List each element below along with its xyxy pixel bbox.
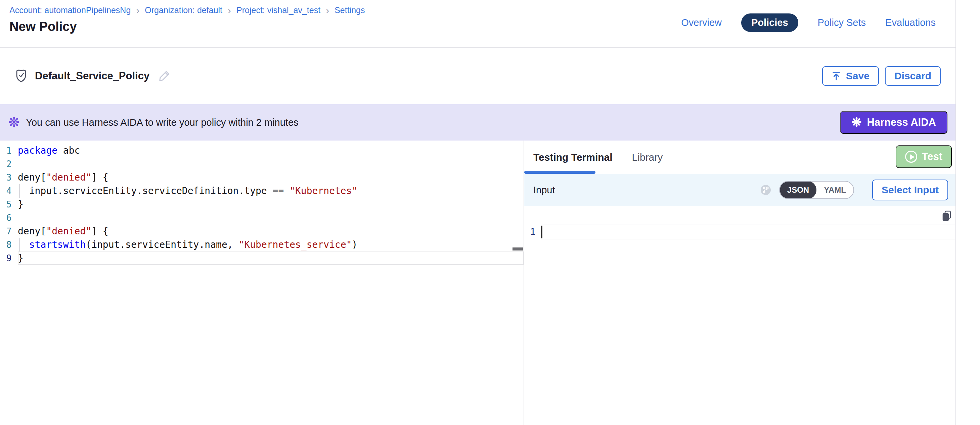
tab-evaluations[interactable]: Evaluations [885,17,935,28]
select-input-button[interactable]: Select Input [872,179,948,200]
input-editor-line[interactable]: 1 [524,225,956,240]
play-icon [905,151,917,163]
breadcrumb: Account: automationPipelinesNg›Organizat… [10,5,365,15]
test-button-label: Test [922,151,942,163]
breadcrumb-link-project[interactable]: Project: vishal_av_test [236,5,320,15]
code-token: startswith [29,239,86,250]
upload-icon [832,71,841,81]
code-line-content[interactable]: deny["denied"] { [18,225,523,238]
code-line-content[interactable]: startswith(input.serviceEntity.name, "Ku… [18,238,523,251]
terminal-tab-library[interactable]: Library [632,152,663,163]
code-line[interactable]: 3deny["denied"] { [0,171,523,184]
discard-button-label: Discard [894,70,931,82]
line-number: 9 [0,251,18,265]
code-token: "denied" [46,172,91,183]
format-toggle: JSONYAML [779,181,854,199]
code-line-content[interactable]: deny["denied"] { [18,171,523,184]
code-token: (input.serviceEntity.name, [86,239,239,250]
code-token: "Kubernetes" [290,185,357,197]
input-label: Input [533,185,555,196]
save-button-label: Save [846,70,870,82]
code-token: } [18,199,24,210]
test-button[interactable]: Test [896,145,952,168]
tab-overview[interactable]: Overview [681,17,722,28]
chevron-right-icon: › [136,6,139,14]
code-token: ] { [91,225,108,237]
code-line-content[interactable]: } [18,251,523,265]
format-option-yaml[interactable]: YAML [816,181,853,199]
harness-aida-button-label: Harness AIDA [867,116,936,128]
code-line[interactable]: 8 startswith(input.serviceEntity.name, "… [0,238,523,251]
code-token: ] { [91,172,108,183]
line-number: 3 [0,171,18,184]
aida-banner: ❋ You can use Harness AIDA to write your… [0,104,956,141]
code-token: "Kubernetes_service" [239,239,352,250]
code-line[interactable]: 2 [0,157,523,171]
aida-banner-message: You can use Harness AIDA to write your p… [26,117,298,128]
code-token: } [18,252,24,264]
format-option-json[interactable]: JSON [780,181,816,199]
input-editor[interactable]: 1 [524,206,956,240]
shield-check-icon [15,69,27,83]
terminal-tabs: Testing TerminalLibrary [524,141,956,174]
aida-flower-icon: ❋ [851,116,861,128]
new-policy-page: Account: automationPipelinesNg›Organizat… [0,0,956,425]
line-number: 5 [0,198,18,211]
code-line[interactable]: 7deny["denied"] { [0,225,523,238]
code-line[interactable]: 5} [0,198,523,211]
policy-name: Default_Service_Policy [35,70,150,82]
harness-aida-button[interactable]: ❋ Harness AIDA [840,111,947,134]
code-token: deny[ [18,225,46,237]
code-line-content[interactable] [18,211,523,225]
page-title: New Policy [10,19,77,34]
code-line-content[interactable] [18,157,523,171]
chevron-right-icon: › [326,6,329,14]
code-line-content[interactable]: package abc [18,144,523,157]
active-tab-indicator [524,171,595,174]
discard-button[interactable]: Discard [885,66,941,86]
input-line-content[interactable] [541,225,955,240]
text-cursor [541,225,542,238]
code-token: deny[ [18,172,46,183]
code-token: abc [57,145,80,156]
module-tabs: OverviewPoliciesPolicy SetsEvaluations [681,13,935,32]
chevron-right-icon: › [228,6,231,14]
main-content: 1package abc23deny["denied"] {4 input.se… [0,141,956,425]
code-token: package [18,145,57,156]
page-header: Account: automationPipelinesNg›Organizat… [0,0,956,48]
code-line[interactable]: 9} [0,251,523,265]
line-number: 7 [0,225,18,238]
line-number: 6 [0,211,18,225]
input-section-header: Input JSONYAML Select Input [524,174,956,206]
tab-policies[interactable]: Policies [741,13,798,32]
line-number: 1 [0,144,18,157]
policy-toolbar: Default_Service_Policy Save Discard [0,48,956,104]
line-number: 8 [0,238,18,251]
code-line-content[interactable]: } [18,198,523,211]
code-line-content[interactable]: input.serviceEntity.serviceDefinition.ty… [18,184,523,198]
input-controls: JSONYAML Select Input [760,179,948,200]
terminal-tab-testing-terminal[interactable]: Testing Terminal [533,152,612,163]
line-number: 4 [0,184,18,198]
testing-terminal-panel: Testing TerminalLibrary Test Input [524,141,956,425]
input-line-number: 1 [524,225,541,240]
code-line[interactable]: 4 input.serviceEntity.serviceDefinition.… [0,184,523,198]
line-number: 2 [0,157,18,171]
code-token: ) [352,239,358,250]
code-line[interactable]: 6 [0,211,523,225]
breadcrumb-link-settings[interactable]: Settings [334,5,365,15]
edit-policy-name-button[interactable] [158,70,170,82]
git-branch-icon [760,185,771,195]
policy-code-editor[interactable]: 1package abc23deny["denied"] {4 input.se… [0,141,524,425]
aida-flower-icon: ❋ [8,115,20,129]
save-button[interactable]: Save [822,66,879,86]
copy-icon[interactable] [942,210,953,223]
breadcrumb-link-organization[interactable]: Organization: default [145,5,222,15]
code-token: input.serviceEntity.serviceDefinition.ty… [18,185,290,197]
indent-guide [19,238,20,251]
indent-guide [19,184,20,198]
code-token: "denied" [46,225,91,237]
breadcrumb-link-account[interactable]: Account: automationPipelinesNg [10,5,130,15]
tab-policy-sets[interactable]: Policy Sets [818,17,866,28]
code-line[interactable]: 1package abc [0,144,523,157]
